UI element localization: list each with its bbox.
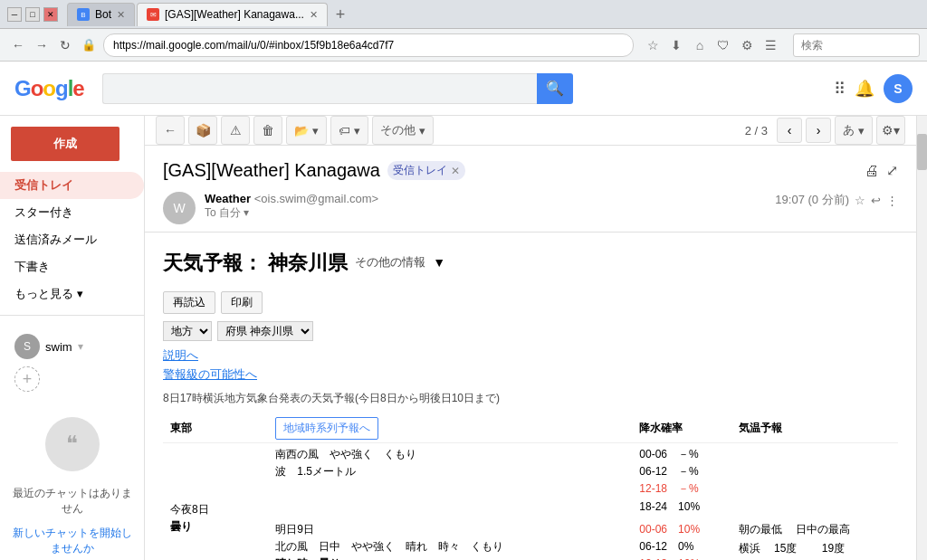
temp-row: 横浜 15度 19度 bbox=[739, 540, 891, 557]
download-icon[interactable]: ⬇ bbox=[666, 35, 686, 55]
label-btn[interactable]: 🏷▾ bbox=[330, 116, 368, 145]
today-label: 今夜8日 bbox=[170, 501, 261, 518]
rain-06-12: 06-12 －% bbox=[639, 463, 723, 480]
sent-label: 送信済みメール bbox=[14, 232, 97, 248]
sidebar-chat: S swim ▾ + bbox=[0, 323, 144, 403]
back-icon: ← bbox=[164, 123, 177, 138]
maximize-btn[interactable]: □ bbox=[25, 7, 40, 22]
chat-user-swim[interactable]: S swim ▾ bbox=[11, 330, 133, 363]
tab-bot[interactable]: B Bot ✕ bbox=[67, 3, 135, 26]
new-tab-btn[interactable]: + bbox=[330, 5, 351, 26]
sidebar-item-drafts[interactable]: 下書き bbox=[0, 253, 144, 280]
reply-icon[interactable]: ↩ bbox=[871, 194, 881, 207]
weather-dropdown-icon[interactable]: ▼ bbox=[433, 252, 445, 272]
new-window-icon[interactable]: ⤢ bbox=[886, 162, 898, 179]
shield-icon[interactable]: 🛡 bbox=[713, 35, 733, 55]
move-btn[interactable]: 📂▾ bbox=[286, 116, 327, 145]
email-to[interactable]: To 自分 ▾ bbox=[205, 205, 766, 221]
more-email-icon[interactable]: ⋮ bbox=[886, 194, 898, 207]
gmail-search-input[interactable] bbox=[102, 73, 537, 104]
starred-label: スター付き bbox=[14, 204, 73, 221]
tab-bot-favicon: B bbox=[77, 8, 90, 21]
next-email-btn[interactable]: › bbox=[806, 118, 831, 143]
email-tag-close[interactable]: ✕ bbox=[451, 165, 460, 177]
chat-add-btn[interactable]: + bbox=[11, 363, 133, 395]
sidebar-item-sent[interactable]: 送信済みメール bbox=[0, 226, 144, 253]
close-btn[interactable]: ✕ bbox=[43, 7, 58, 22]
sidebar-item-inbox[interactable]: 受信トレイ bbox=[0, 172, 144, 199]
font-btn[interactable]: あ▾ bbox=[835, 116, 873, 145]
tab-bot-close[interactable]: ✕ bbox=[117, 9, 125, 21]
drafts-label: 下書き bbox=[14, 259, 50, 275]
temp-headers: 朝の最低 日中の最高 bbox=[739, 521, 891, 538]
tab-gmail-close[interactable]: ✕ bbox=[310, 9, 318, 21]
bookmark-icon[interactable]: ☆ bbox=[643, 35, 663, 55]
today-weather: 南西の風 やや強く くもり bbox=[275, 446, 625, 463]
print-btn[interactable]: 印刷 bbox=[221, 291, 263, 314]
back-btn[interactable]: ← bbox=[7, 34, 29, 56]
back-to-inbox-btn[interactable]: ← bbox=[156, 116, 185, 145]
user-avatar[interactable]: S bbox=[884, 74, 913, 103]
reload-btn[interactable]: 再読込 bbox=[163, 291, 215, 314]
delete-btn[interactable]: 🗑 bbox=[253, 116, 282, 145]
link2[interactable]: 警報級の可能性へ bbox=[163, 367, 257, 381]
link1[interactable]: 説明へ bbox=[163, 348, 198, 362]
region-select[interactable]: 地方 bbox=[163, 321, 212, 341]
scrollbar-thumb[interactable] bbox=[917, 134, 927, 170]
browser-search-input[interactable] bbox=[793, 33, 920, 57]
notifications-icon[interactable]: 🔔 bbox=[855, 79, 874, 99]
minimize-btn[interactable]: ─ bbox=[7, 7, 22, 22]
today-rain-cell: 00-06 －% 06-12 －% 12-18 －% 18-24 10% bbox=[632, 442, 731, 517]
email-area: ← 📦 ⚠ 🗑 📂▾ 🏷▾ その他▾ bbox=[145, 116, 916, 560]
email-from-info: Weather <ois.swim@gmail.com> To 自分 ▾ bbox=[205, 192, 766, 221]
apps-icon[interactable]: ⠿ bbox=[834, 79, 846, 99]
table-row-today: 今夜8日 曇り 南西の風 やや強く くもり 波 1.5メートル 00-06 －%… bbox=[163, 442, 898, 517]
star-icon[interactable]: ☆ bbox=[855, 194, 865, 207]
extensions-icon[interactable]: ⚙ bbox=[737, 35, 757, 55]
forward-btn[interactable]: → bbox=[31, 34, 53, 56]
email-timestamp: 19:07 (0 分前) ☆ ↩ ⋮ bbox=[775, 192, 898, 208]
chat-avatar-swim: S bbox=[14, 334, 40, 359]
tomorrow-weather-cell: 明日9日 北の風 日中 やや強く 晴れ 時々 くもり 晴れ時々曇り 波 1.5メ… bbox=[268, 518, 632, 560]
region-forecast-btn[interactable]: 地域時系列予報へ bbox=[275, 417, 378, 440]
print-email-icon[interactable]: 🖨 bbox=[865, 163, 879, 179]
address-input[interactable] bbox=[103, 33, 634, 57]
report-icon: ⚠ bbox=[230, 123, 242, 138]
report-btn[interactable]: ⚠ bbox=[221, 116, 250, 145]
tab-gmail[interactable]: ✉ [GAS][Weather] Kanagawa... ✕ bbox=[137, 3, 328, 26]
tomorrow-temp-cell: 朝の最低 日中の最高 横浜 15度 19度 bbox=[731, 518, 898, 560]
prev-email-btn[interactable]: ‹ bbox=[777, 118, 802, 143]
sidebar-item-starred[interactable]: スター付き bbox=[0, 199, 144, 226]
tomorrow-label: 明日9日 bbox=[275, 521, 625, 538]
menu-icon[interactable]: ☰ bbox=[760, 35, 780, 55]
email-meta: W Weather <ois.swim@gmail.com> To 自分 ▾ 1… bbox=[163, 192, 898, 224]
rain-12-18: 12-18 －% bbox=[639, 480, 723, 498]
archive-btn[interactable]: 📦 bbox=[188, 116, 217, 145]
region-select-row: 地方 府県 神奈川県 bbox=[163, 321, 898, 341]
chat-start-link[interactable]: 新しいチャットを開始しませんか bbox=[7, 524, 137, 558]
today-sub-label: 曇り bbox=[170, 518, 261, 536]
address-icons: ☆ ⬇ ⌂ 🛡 ⚙ ☰ bbox=[643, 35, 780, 55]
label-icon: 🏷 bbox=[339, 124, 350, 138]
chat-placeholder-icon: ❝ bbox=[45, 417, 100, 471]
settings-btn[interactable]: ⚙▾ bbox=[876, 116, 905, 145]
compose-button[interactable]: 作成 bbox=[11, 127, 119, 161]
tomorrow-rain-cell: 00-06 10% 06-12 0% 12-18 10% 18-24 10% bbox=[632, 518, 731, 560]
rain2-00-06: 00-06 10% bbox=[639, 521, 723, 538]
weather-title: 天気予報： 神奈川県 その他の情報 ▼ bbox=[163, 247, 898, 279]
browser-titlebar: ─ □ ✕ B Bot ✕ ✉ [GAS][Weather] Kanagawa.… bbox=[0, 0, 927, 29]
window-controls[interactable]: ─ □ ✕ bbox=[7, 7, 58, 22]
home-icon[interactable]: ⌂ bbox=[690, 35, 710, 55]
prefecture-select[interactable]: 府県 神奈川県 bbox=[217, 321, 313, 341]
gmail-search-button[interactable]: 🔍 bbox=[537, 73, 573, 104]
reload-btn[interactable]: ↻ bbox=[54, 34, 76, 56]
chat-no-message: 最近のチャットはありません bbox=[7, 479, 137, 524]
weather-more-info[interactable]: その他の情報 bbox=[355, 253, 425, 272]
rain2-06-12: 06-12 0% bbox=[639, 538, 723, 555]
scrollbar[interactable] bbox=[916, 116, 927, 560]
chat-dropdown-icon[interactable]: ▾ bbox=[78, 340, 83, 353]
gmail-search-bar[interactable]: 🔍 bbox=[102, 73, 573, 104]
rain2-12-18: 12-18 10% bbox=[639, 555, 723, 560]
more-btn[interactable]: その他▾ bbox=[372, 116, 434, 145]
sidebar-item-more[interactable]: もっと見る ▾ bbox=[0, 280, 144, 308]
